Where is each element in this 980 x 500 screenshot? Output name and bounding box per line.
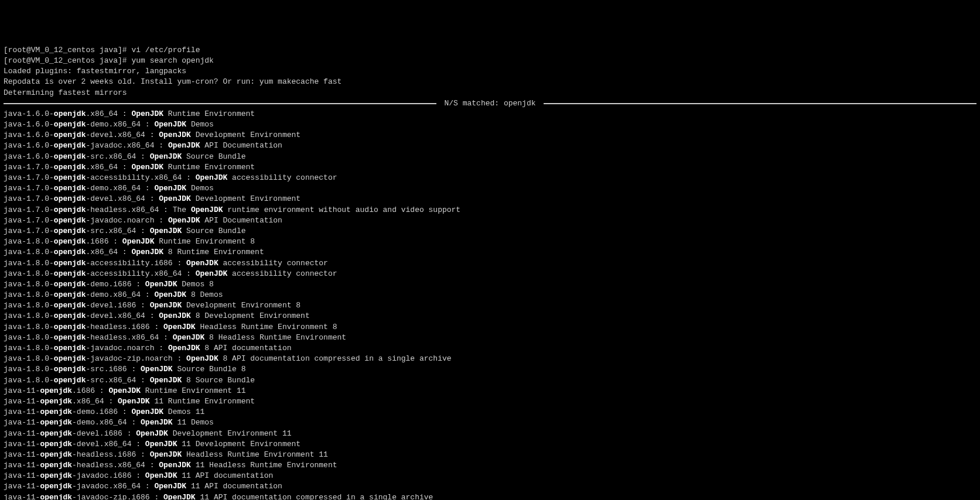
- match-highlight: OpenJDK: [163, 323, 196, 331]
- match-highlight: openjdk: [54, 194, 86, 203]
- match-highlight: OpenJDK: [145, 280, 177, 289]
- match-highlight: openjdk: [54, 216, 86, 225]
- match-highlight: openjdk: [54, 259, 86, 268]
- match-highlight: OpenJDK: [196, 173, 228, 182]
- command-line: [root@VM_0_12_centos java]# yum search o…: [4, 56, 976, 66]
- match-highlight: openjdk: [54, 376, 86, 385]
- match-highlight: OpenJDK: [131, 163, 163, 172]
- search-result: java-1.7.0-openjdk.x86_64 : OpenJDK Runt…: [4, 162, 976, 173]
- match-highlight: OpenJDK: [118, 397, 150, 406]
- match-highlight: OpenJDK: [154, 120, 186, 129]
- match-highlight: openjdk: [54, 248, 86, 256]
- search-result: java-11-openjdk-demo.i686 : OpenJDK Demo…: [4, 407, 976, 417]
- search-result: java-11-openjdk-javadoc.x86_64 : OpenJDK…: [4, 481, 976, 492]
- match-highlight: openjdk: [54, 280, 86, 289]
- command: vi /etc/profile: [131, 46, 200, 54]
- match-highlight: OpenJDK: [108, 386, 141, 395]
- match-highlight: openjdk: [54, 237, 86, 246]
- match-highlight: OpenJDK: [150, 376, 182, 385]
- match-highlight: openjdk: [40, 386, 72, 395]
- search-result: java-11-openjdk-headless.x86_64 : OpenJD…: [4, 460, 976, 471]
- match-highlight: OpenJDK: [196, 269, 228, 278]
- match-highlight: openjdk: [54, 227, 86, 235]
- section-separator: N/S matched: openjdk: [4, 98, 976, 109]
- match-highlight: OpenJDK: [131, 407, 163, 416]
- match-highlight: openjdk: [54, 120, 86, 129]
- match-highlight: OpenJDK: [131, 248, 163, 256]
- search-result: java-11-openjdk-devel.x86_64 : OpenJDK 1…: [4, 439, 976, 450]
- separator-label: N/S matched: openjdk: [436, 98, 544, 109]
- match-highlight: OpenJDK: [168, 216, 200, 225]
- match-highlight: OpenJDK: [159, 194, 191, 203]
- search-result: java-1.6.0-openjdk.x86_64 : OpenJDK Runt…: [4, 109, 976, 119]
- match-highlight: openjdk: [54, 173, 86, 182]
- match-highlight: OpenJDK: [186, 354, 218, 363]
- match-highlight: openjdk: [54, 354, 86, 363]
- match-highlight: openjdk: [54, 184, 86, 193]
- match-highlight: OpenJDK: [141, 365, 173, 374]
- search-result: java-1.6.0-openjdk-src.x86_64 : OpenJDK …: [4, 152, 976, 162]
- match-highlight: OpenJDK: [141, 418, 173, 427]
- match-highlight: OpenJDK: [191, 206, 223, 214]
- match-highlight: openjdk: [40, 440, 72, 448]
- match-highlight: OpenJDK: [163, 493, 196, 500]
- match-highlight: openjdk: [54, 109, 86, 118]
- match-highlight: openjdk: [40, 397, 72, 406]
- search-result: java-1.7.0-openjdk-javadoc.noarch : Open…: [4, 215, 976, 226]
- match-highlight: openjdk: [40, 407, 72, 416]
- match-highlight: OpenJDK: [159, 311, 191, 320]
- search-result: java-1.8.0-openjdk-headless.x86_64 : Ope…: [4, 333, 976, 343]
- shell-prompt: [root@VM_0_12_centos java]#: [4, 46, 131, 54]
- match-highlight: openjdk: [54, 333, 86, 342]
- match-highlight: openjdk: [54, 269, 86, 278]
- match-highlight: OpenJDK: [159, 461, 191, 470]
- match-highlight: OpenJDK: [173, 333, 205, 342]
- match-highlight: OpenJDK: [154, 290, 186, 299]
- search-result: java-1.8.0-openjdk-accessibility.x86_64 …: [4, 269, 976, 279]
- command-line: [root@VM_0_12_centos java]# vi /etc/prof…: [4, 45, 976, 56]
- yum-message: Determining fastest mirrors: [4, 88, 976, 98]
- match-highlight: OpenJDK: [150, 152, 182, 161]
- match-highlight: OpenJDK: [145, 471, 177, 480]
- match-highlight: openjdk: [40, 471, 72, 480]
- match-highlight: OpenJDK: [122, 237, 155, 246]
- search-result: java-1.6.0-openjdk-demo.x86_64 : OpenJDK…: [4, 119, 976, 130]
- match-highlight: OpenJDK: [186, 259, 218, 268]
- terminal-output[interactable]: [root@VM_0_12_centos java]# vi /etc/prof…: [4, 45, 976, 500]
- search-result: java-11-openjdk-devel.i686 : OpenJDK Dev…: [4, 429, 976, 439]
- search-result: java-1.8.0-openjdk-src.x86_64 : OpenJDK …: [4, 375, 976, 386]
- match-highlight: openjdk: [54, 365, 86, 374]
- search-result: java-1.7.0-openjdk-accessibility.x86_64 …: [4, 173, 976, 183]
- match-highlight: OpenJDK: [168, 344, 200, 352]
- search-result: java-1.7.0-openjdk-demo.x86_64 : OpenJDK…: [4, 183, 976, 194]
- match-highlight: OpenJDK: [159, 131, 191, 139]
- search-result: java-1.8.0-openjdk-javadoc.noarch : Open…: [4, 343, 976, 354]
- search-result: java-1.6.0-openjdk-devel.x86_64 : OpenJD…: [4, 130, 976, 141]
- search-result: java-1.8.0-openjdk-src.i686 : OpenJDK So…: [4, 364, 976, 375]
- match-highlight: OpenJDK: [150, 227, 182, 235]
- search-result: java-1.8.0-openjdk-accessibility.i686 : …: [4, 258, 976, 269]
- match-highlight: OpenJDK: [150, 450, 182, 459]
- search-result: java-11-openjdk-javadoc-zip.i686 : OpenJ…: [4, 492, 976, 500]
- match-highlight: OpenJDK: [154, 184, 186, 193]
- search-result: java-1.8.0-openjdk-javadoc-zip.noarch : …: [4, 354, 976, 364]
- match-highlight: OpenJDK: [150, 301, 182, 310]
- match-highlight: openjdk: [54, 163, 86, 172]
- search-result: java-1.8.0-openjdk-devel.i686 : OpenJDK …: [4, 300, 976, 311]
- match-highlight: openjdk: [54, 344, 86, 352]
- command: yum search openjdk: [131, 56, 213, 65]
- match-highlight: openjdk: [40, 482, 72, 491]
- match-highlight: openjdk: [54, 311, 86, 320]
- match-highlight: openjdk: [40, 493, 72, 500]
- search-result: java-1.7.0-openjdk-src.x86_64 : OpenJDK …: [4, 226, 976, 237]
- search-result: java-1.7.0-openjdk-headless.x86_64 : The…: [4, 205, 976, 215]
- search-result: java-11-openjdk.i686 : OpenJDK Runtime E…: [4, 386, 976, 396]
- match-highlight: openjdk: [54, 290, 86, 299]
- match-highlight: openjdk: [54, 141, 86, 150]
- match-highlight: OpenJDK: [131, 109, 163, 118]
- match-highlight: OpenJDK: [168, 141, 200, 150]
- yum-message: Repodata is over 2 weeks old. Install yu…: [4, 77, 976, 87]
- search-result: java-1.8.0-openjdk-demo.x86_64 : OpenJDK…: [4, 290, 976, 300]
- search-result: java-11-openjdk.x86_64 : OpenJDK 11 Runt…: [4, 396, 976, 407]
- match-highlight: openjdk: [40, 418, 72, 427]
